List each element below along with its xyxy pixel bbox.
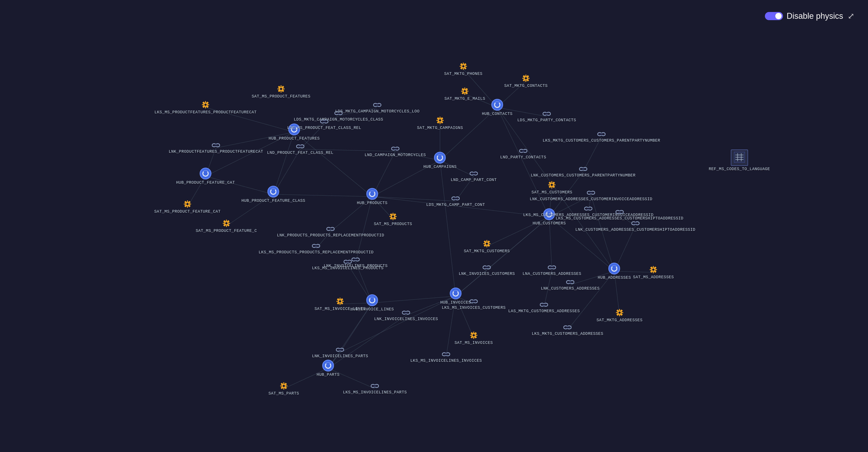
- hub-node-circle[interactable]: [322, 360, 334, 371]
- sat-node[interactable]: SAT_MKTG_PHONES: [444, 62, 483, 76]
- hub-node-circle[interactable]: [450, 288, 462, 299]
- lnk-node-icon[interactable]: [452, 195, 460, 202]
- hub-node[interactable]: HUB_PARTS: [316, 360, 340, 377]
- lnk-node[interactable]: LDS_MS_PRODUCT_FEAT_CLASS_REL: [287, 118, 361, 130]
- sat-node[interactable]: SAT_MKTG_CAMPAIGNS: [417, 116, 463, 130]
- hub-node-circle[interactable]: [268, 186, 279, 198]
- hub-node-circle[interactable]: [200, 168, 211, 179]
- sat-node-icon[interactable]: [647, 264, 659, 276]
- hub-node[interactable]: HUB_PRODUCT_FEATURE_CAT: [176, 168, 235, 185]
- lnk-node-icon[interactable]: [344, 259, 352, 265]
- sat-node[interactable]: SAT_MKTG_ADDRESSES: [596, 308, 642, 322]
- lnk-node[interactable]: LNK_PRODUCTFEATURES_PRODUCTFEATURECAT: [169, 142, 263, 154]
- hub-node-circle[interactable]: [491, 99, 503, 111]
- sat-node[interactable]: LKS_MS_PRODUCTFEATURES_PRODUCTFEATURECAT: [154, 100, 257, 115]
- lnk-node[interactable]: LKS_MS_INVOICELINES_PRODUCTS: [312, 259, 383, 270]
- sat-node-icon[interactable]: [387, 210, 399, 222]
- lnk-node-icon[interactable]: [442, 351, 450, 357]
- lnk-node-icon[interactable]: [391, 146, 399, 152]
- hub-node-circle[interactable]: [366, 188, 378, 200]
- sat-node-icon[interactable]: [278, 380, 290, 392]
- sat-node[interactable]: SAT_MS_ADDRESSES: [633, 265, 674, 279]
- sat-node[interactable]: SAT_MKTG_CONTACTS: [504, 74, 548, 88]
- lnk-node[interactable]: LNK_PRODUCTS_PRODUCTS_REPLACEMENTPRODUCT…: [277, 226, 384, 238]
- disable-physics-toggle[interactable]: Disable physics: [765, 11, 843, 21]
- sat-node[interactable]: SAT_MS_PRODUCT_FEATURE_C: [195, 219, 257, 233]
- expand-icon[interactable]: ⤢: [848, 11, 855, 21]
- lnk-node[interactable]: LNA_CUSTOMERS_ADDRESSES: [523, 264, 581, 276]
- lnk-node[interactable]: LKS_MS_CUSTOMERS_ADDRESSES_CUSTOMERSHIPT…: [556, 209, 683, 220]
- hub-node[interactable]: HUB_PRODUCT_FEATURE_CLASS: [242, 186, 306, 203]
- lnk-node-icon[interactable]: [336, 346, 344, 353]
- sat-node-icon[interactable]: [334, 295, 346, 307]
- lnk-node-icon[interactable]: [631, 220, 640, 227]
- sat-node-icon[interactable]: [546, 179, 558, 191]
- lnk-node-icon[interactable]: [470, 298, 478, 304]
- hub-node-circle[interactable]: [434, 152, 446, 163]
- lnk-node[interactable]: LNK_INVOICELINES_INVOICES: [374, 309, 438, 321]
- lnk-node[interactable]: LKS_MS_PRODUCTS_PRODUCTS_REPLACEMENTPROD…: [259, 243, 374, 254]
- sat-node-icon[interactable]: [481, 238, 493, 250]
- sat-node-icon[interactable]: [220, 217, 232, 230]
- ref-node[interactable]: REF_MS_CODES_TO_LANGUAGE: [709, 150, 770, 171]
- sat-node[interactable]: SAT_MS_PRODUCT_FEATURES: [252, 85, 310, 99]
- lnk-node[interactable]: LNK_INVOICELINES_PARTS: [312, 346, 368, 358]
- sat-node-icon[interactable]: [468, 329, 480, 341]
- lnk-node[interactable]: LDS_MKTG_CAMP_PART_CONT: [426, 195, 485, 207]
- lnk-node[interactable]: LND_PRODUCT_FEAT_CLASS_REL: [267, 143, 334, 155]
- lnk-node[interactable]: LKS_MKTG_CUSTOMERS_ADDRESSES: [532, 324, 603, 336]
- lnk-node-icon[interactable]: [542, 111, 551, 117]
- lnk-node[interactable]: LNK_CUSTOMERS_ADDRESSES_CUSTOMERSHIPTOAD…: [575, 220, 695, 232]
- lnk-node[interactable]: LKS_MS_INVOICES_CUSTOMERS: [442, 298, 506, 310]
- sat-node[interactable]: SAT_MS_INVOICES: [455, 331, 493, 345]
- sat-node[interactable]: SAT_MS_PRODUCTS: [374, 212, 412, 226]
- sat-node-icon[interactable]: [181, 198, 193, 210]
- hub-node[interactable]: HUB_PRODUCTS: [357, 188, 388, 205]
- hub-node[interactable]: HUB_CAMPAIGNS: [424, 152, 457, 169]
- sat-node-icon[interactable]: [459, 85, 471, 97]
- sat-node-icon[interactable]: [520, 72, 532, 84]
- lnk-node[interactable]: LNK_INVOICES_CUSTOMERS: [459, 264, 515, 276]
- hub-node[interactable]: HUB_ADDRESSES: [598, 263, 631, 280]
- lnk-node[interactable]: LKS_MKTG_CUSTOMERS_CUSTOMERS_PARENTPARTY…: [542, 131, 660, 143]
- lnk-node-icon[interactable]: [579, 166, 587, 172]
- sat-node-icon[interactable]: [434, 114, 446, 126]
- lnk-node[interactable]: LDS_MKTG_CAMPAIGN_MOTORCYCLES_LOO: [335, 102, 420, 114]
- lnk-node[interactable]: LKS_MS_INVOICELINES_INVOICES: [410, 351, 482, 363]
- lnk-node-icon[interactable]: [519, 148, 527, 154]
- hub-node-circle[interactable]: [366, 294, 378, 306]
- lnk-node-icon[interactable]: [327, 226, 335, 232]
- sat-node[interactable]: SAT_MKTG_CUSTOMERS: [464, 239, 509, 253]
- sat-node-icon[interactable]: [457, 60, 469, 72]
- sat-node-icon[interactable]: [275, 83, 287, 95]
- sat-node[interactable]: SAT_MS_INVOICE_LINES: [314, 297, 366, 311]
- lnk-node-icon[interactable]: [587, 189, 595, 196]
- lnk-node-icon[interactable]: [371, 383, 379, 389]
- lnk-node[interactable]: LDS_MKTG_PARTY_CONTACTS: [517, 111, 576, 122]
- lnk-node-icon[interactable]: [563, 324, 571, 331]
- lnk-node[interactable]: LKS_MS_INVOICELINES_PARTS: [343, 383, 407, 395]
- hub-node-circle[interactable]: [609, 263, 620, 274]
- lnk-node[interactable]: LND_PARTY_CONTACTS: [500, 148, 546, 159]
- lnk-node-icon[interactable]: [615, 209, 624, 215]
- lnk-node-icon[interactable]: [312, 243, 320, 249]
- lnk-node-icon[interactable]: [320, 118, 328, 125]
- lnk-node[interactable]: LNK_CUSTOMERS_ADDRESSES_CUSTOMERINVOICEA…: [530, 189, 652, 201]
- ref-node-icon[interactable]: [731, 150, 748, 166]
- sat-node-icon[interactable]: [199, 99, 212, 111]
- lnk-node-icon[interactable]: [483, 264, 491, 271]
- sat-node[interactable]: SAT_MS_PRODUCT_FEATURE_CAT: [154, 200, 221, 214]
- lnk-node-icon[interactable]: [373, 102, 381, 108]
- lnk-node-icon[interactable]: [548, 264, 556, 271]
- lnk-node[interactable]: LNK_CUSTOMERS_ADDRESSES: [541, 279, 600, 291]
- lnk-node[interactable]: LAS_MKTG_CUSTOMERS_ADDRESSES: [508, 302, 580, 313]
- hub-node[interactable]: HUB_CONTACTS: [482, 99, 513, 116]
- sat-node[interactable]: SAT_MS_PARTS: [268, 382, 299, 396]
- lnk-node-icon[interactable]: [566, 279, 574, 285]
- lnk-node[interactable]: LND_CAMP_PART_CONT: [451, 170, 497, 182]
- lnk-node-icon[interactable]: [212, 142, 220, 148]
- sat-node-icon[interactable]: [613, 306, 626, 319]
- lnk-node-icon[interactable]: [470, 170, 478, 177]
- lnk-node-icon[interactable]: [597, 131, 606, 137]
- lnk-node-icon[interactable]: [296, 143, 304, 150]
